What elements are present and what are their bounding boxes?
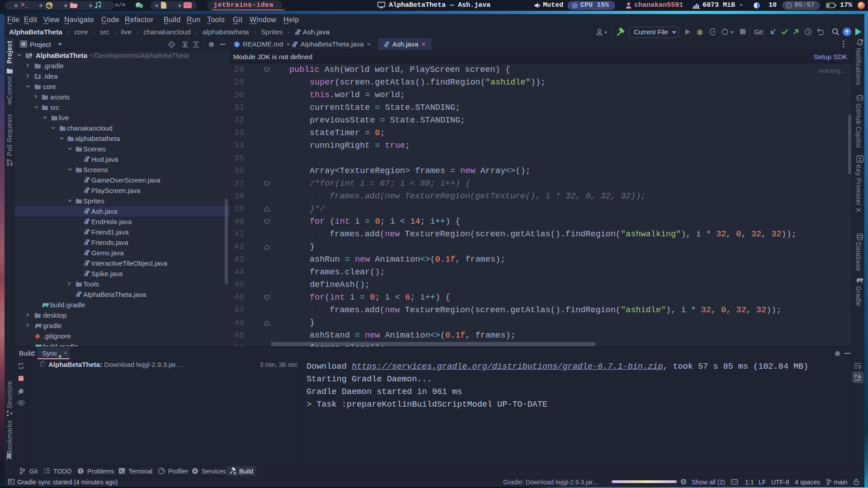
svg-text:i: i xyxy=(236,42,238,47)
